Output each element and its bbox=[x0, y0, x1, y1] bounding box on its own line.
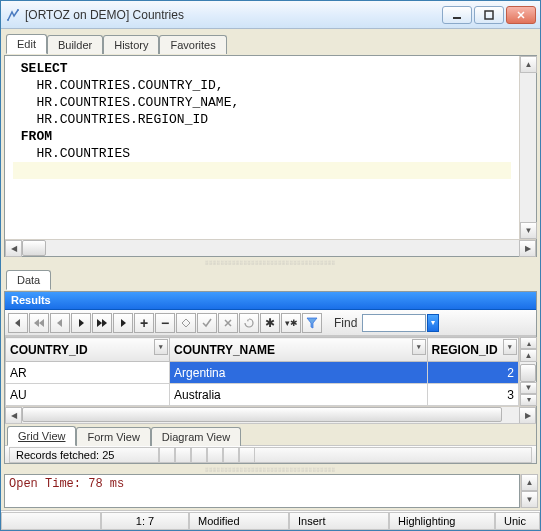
insert-row-button[interactable]: + bbox=[134, 313, 154, 333]
editor-vscrollbar[interactable]: ▲ ▼ bbox=[519, 56, 536, 239]
svg-point-0 bbox=[7, 19, 9, 21]
bookmark-button[interactable]: ✱ bbox=[260, 313, 280, 333]
scroll-thumb[interactable] bbox=[22, 407, 502, 422]
view-tabstrip: Grid View Form View Diagram View bbox=[5, 423, 536, 445]
col-country-name[interactable]: COUNTRY_NAME▾ bbox=[170, 338, 428, 362]
nav-last-button[interactable] bbox=[113, 313, 133, 333]
edit-row-button[interactable] bbox=[176, 313, 196, 333]
scroll-right-icon[interactable]: ▶ bbox=[519, 407, 536, 424]
nav-prevpage-button[interactable] bbox=[29, 313, 49, 333]
find-dropdown-button[interactable]: ▾ bbox=[427, 314, 439, 332]
col-region-id[interactable]: REGION_ID▾ bbox=[427, 338, 518, 362]
sql-text: HR.COUNTRIES.COUNTRY_ID, bbox=[36, 78, 223, 93]
sql-text: HR.COUNTRIES bbox=[36, 146, 130, 161]
delete-row-button[interactable]: − bbox=[155, 313, 175, 333]
status-modified: Modified bbox=[189, 512, 289, 530]
sql-keyword: SELECT bbox=[21, 61, 68, 76]
editor-hscrollbar[interactable]: ◀ ▶ bbox=[5, 239, 536, 256]
tab-data[interactable]: Data bbox=[6, 270, 51, 290]
col-country-id[interactable]: COUNTRY_ID▾ bbox=[6, 338, 170, 362]
goto-bookmark-button[interactable]: ▾✱ bbox=[281, 313, 301, 333]
data-tabstrip: Data bbox=[4, 267, 537, 289]
nav-next-button[interactable] bbox=[71, 313, 91, 333]
tab-diagram-view[interactable]: Diagram View bbox=[151, 427, 241, 446]
app-window: [ORTOZ on DEMO] Countries Edit Builder H… bbox=[0, 0, 541, 531]
cell[interactable]: Australia bbox=[170, 384, 428, 406]
filter-button[interactable] bbox=[302, 313, 322, 333]
sql-text: HR.COUNTRIES.COUNTRY_NAME, bbox=[36, 95, 239, 110]
status-spacer bbox=[255, 447, 532, 463]
sql-current-line bbox=[13, 162, 511, 179]
scroll-up-icon[interactable]: ▲ bbox=[521, 474, 538, 491]
indicator-box bbox=[191, 447, 207, 463]
sql-editor-panel: SELECT HR.COUNTRIES.COUNTRY_ID, HR.COUNT… bbox=[4, 55, 537, 257]
scroll-thumb[interactable] bbox=[22, 240, 46, 256]
cell[interactable]: AU bbox=[6, 384, 170, 406]
scroll-down-icon[interactable]: ▼ bbox=[520, 222, 537, 239]
cancel-button[interactable] bbox=[218, 313, 238, 333]
column-dropdown-icon[interactable]: ▾ bbox=[503, 339, 517, 355]
scroll-down-icon[interactable]: ▼ bbox=[521, 491, 538, 508]
table-row[interactable]: AR Argentina 2 bbox=[6, 362, 519, 384]
tab-favorites[interactable]: Favorites bbox=[159, 35, 226, 54]
tab-builder[interactable]: Builder bbox=[47, 35, 103, 54]
scroll-down-icon[interactable]: ▼ bbox=[520, 382, 537, 394]
window-title: [ORTOZ on DEMO] Countries bbox=[25, 8, 438, 22]
find-input[interactable] bbox=[362, 314, 426, 332]
data-panel: Results + − ✱ ▾✱ Find bbox=[4, 291, 537, 464]
refresh-button[interactable] bbox=[239, 313, 259, 333]
column-dropdown-icon[interactable]: ▾ bbox=[154, 339, 168, 355]
scroll-left-icon[interactable]: ◀ bbox=[5, 240, 22, 257]
nav-nextpage-button[interactable] bbox=[92, 313, 112, 333]
svg-rect-3 bbox=[485, 11, 493, 19]
log-text: Open Time: 78 ms bbox=[9, 477, 124, 505]
scroll-down-icon[interactable]: ▾ bbox=[520, 394, 537, 406]
indicator-boxes bbox=[159, 447, 255, 463]
scroll-right-icon[interactable]: ▶ bbox=[519, 240, 536, 257]
results-table[interactable]: COUNTRY_ID▾ COUNTRY_NAME▾ REGION_ID▾ AR … bbox=[5, 337, 519, 406]
scroll-left-icon[interactable]: ◀ bbox=[5, 407, 22, 424]
sql-text: HR.COUNTRIES.REGION_ID bbox=[36, 112, 208, 127]
column-dropdown-icon[interactable]: ▾ bbox=[412, 339, 426, 355]
scroll-up-icon[interactable]: ▴ bbox=[520, 337, 537, 349]
tab-edit[interactable]: Edit bbox=[6, 34, 47, 54]
indicator-box bbox=[239, 447, 255, 463]
table-row[interactable]: AU Australia 3 bbox=[6, 384, 519, 406]
grid-vscrollbar[interactable]: ▴ ▲ ▼ ▾ bbox=[519, 337, 536, 406]
results-grid: COUNTRY_ID▾ COUNTRY_NAME▾ REGION_ID▾ AR … bbox=[5, 336, 536, 423]
cell[interactable]: 2 bbox=[427, 362, 518, 384]
cell[interactable]: 3 bbox=[427, 384, 518, 406]
grid-hscrollbar[interactable]: ◀ ▶ bbox=[5, 406, 536, 423]
titlebar: [ORTOZ on DEMO] Countries bbox=[1, 1, 540, 29]
tab-form-view[interactable]: Form View bbox=[76, 427, 150, 446]
cell[interactable]: Argentina bbox=[170, 362, 428, 384]
scroll-up-icon[interactable]: ▲ bbox=[520, 349, 537, 361]
sql-editor[interactable]: SELECT HR.COUNTRIES.COUNTRY_ID, HR.COUNT… bbox=[5, 56, 519, 239]
tab-history[interactable]: History bbox=[103, 35, 159, 54]
close-button[interactable] bbox=[506, 6, 536, 24]
app-icon bbox=[5, 7, 21, 23]
records-fetched: Records fetched: 25 bbox=[9, 447, 159, 463]
window-buttons bbox=[442, 6, 536, 24]
splitter[interactable]: ░░░░░░░░░░░░░░░░░░░░░░░░░░░░░░░░░░ bbox=[4, 466, 537, 472]
tab-grid-view[interactable]: Grid View bbox=[7, 426, 76, 446]
status-spacer bbox=[1, 512, 101, 530]
scroll-thumb[interactable] bbox=[520, 364, 536, 382]
indicator-box bbox=[159, 447, 175, 463]
cell[interactable]: AR bbox=[6, 362, 170, 384]
status-cursor-pos: 1: 7 bbox=[101, 512, 189, 530]
nav-prev-button[interactable] bbox=[50, 313, 70, 333]
statusbar: 1: 7 Modified Insert Highlighting Unic bbox=[1, 510, 540, 530]
nav-first-button[interactable] bbox=[8, 313, 28, 333]
indicator-box bbox=[223, 447, 239, 463]
log-panel: Open Time: 78 ms bbox=[4, 474, 520, 508]
splitter[interactable]: ░░░░░░░░░░░░░░░░░░░░░░░░░░░░░░░░░░ bbox=[4, 259, 537, 265]
results-header: Results bbox=[5, 292, 536, 310]
scroll-up-icon[interactable]: ▲ bbox=[520, 56, 537, 73]
post-button[interactable] bbox=[197, 313, 217, 333]
minimize-button[interactable] bbox=[442, 6, 472, 24]
maximize-button[interactable] bbox=[474, 6, 504, 24]
results-toolbar: + − ✱ ▾✱ Find ▾ bbox=[5, 310, 536, 336]
log-vscrollbar[interactable]: ▲ ▼ bbox=[520, 474, 537, 508]
sql-keyword: FROM bbox=[21, 129, 52, 144]
